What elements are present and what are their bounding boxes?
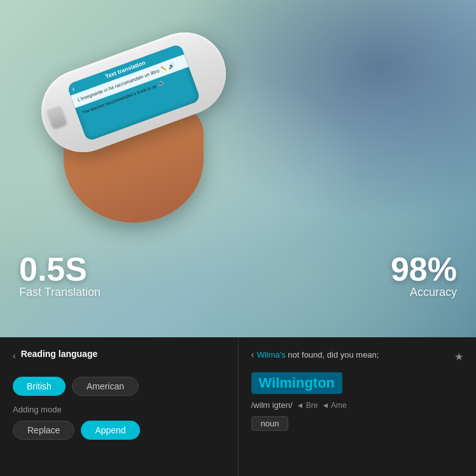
star-icon[interactable]: ★ <box>454 351 463 363</box>
speaker-icon-2: 🔊 <box>157 80 165 88</box>
dictionary-panel: ‹ Wilma's not found, did you mean; ★ Wil… <box>239 337 477 476</box>
british-button[interactable]: British <box>13 377 66 396</box>
replace-button[interactable]: Replace <box>13 421 74 440</box>
stat-left-text: Fast Translation <box>19 286 101 299</box>
speaker-icon-1: ✏️ 🔊 <box>160 62 175 73</box>
panel-right-title-row: ‹ Wilma's not found, did you mean; <box>251 349 379 365</box>
stat-left: 0.5S Fast Translation <box>19 253 101 299</box>
mode-buttons: Replace Append <box>13 421 225 440</box>
word-type-badge: noun <box>251 416 289 431</box>
highlight-word: Wilma's <box>257 350 286 360</box>
american-button[interactable]: American <box>72 377 139 396</box>
screen-back-icon: ‹ <box>71 85 76 92</box>
panel-right-header: ‹ Wilma's not found, did you mean; ★ <box>251 349 464 365</box>
stat-left-number: 0.5S <box>19 253 101 286</box>
stat-right: 98% Accuracy <box>391 253 457 299</box>
language-buttons: British American <box>13 377 225 396</box>
reading-language-panel: ‹ Reading language British American Addi… <box>0 337 239 476</box>
not-found-text: not found, did you mean; <box>288 350 379 360</box>
stat-right-text: Accuracy <box>391 286 457 299</box>
adding-mode-label: Adding mode <box>13 405 225 414</box>
panel-left-header: ‹ Reading language <box>13 349 225 368</box>
panel-left-title: Reading language <box>21 349 98 359</box>
bre-speaker[interactable]: ◄ Bre <box>297 401 318 410</box>
phonetic-text: /wilm igten/ <box>251 400 293 410</box>
main-word: Wilmington <box>251 372 343 394</box>
hero-section: ‹ Text translation L'insegnante ci ha ra… <box>0 0 476 337</box>
ame-speaker[interactable]: ◄ Ame <box>321 401 346 410</box>
append-button[interactable]: Append <box>81 421 139 440</box>
panel-right-back-icon[interactable]: ‹ <box>251 349 255 360</box>
bottom-panels: ‹ Reading language British American Addi… <box>0 337 476 476</box>
panel-left-back-icon[interactable]: ‹ <box>13 351 16 361</box>
device-button <box>46 106 66 129</box>
phonetic-row: /wilm igten/ ◄ Bre ◄ Ame <box>251 400 464 410</box>
stat-right-number: 98% <box>391 253 457 286</box>
panel-right-not-found: Wilma's not found, did you mean; <box>257 350 379 360</box>
